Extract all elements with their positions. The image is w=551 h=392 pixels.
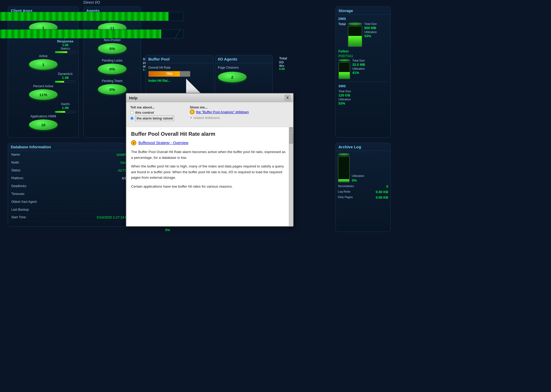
db-rows: Name:SAMPLENode:GlobalStatus:ACTIVEPlatf… (8, 151, 133, 221)
apps-hwm-value: 10 (29, 119, 58, 130)
non-pooled-label: Non-Pooled (104, 38, 120, 42)
pending-token-value: 0% (98, 84, 127, 95)
db-row-label: Name: (11, 153, 20, 157)
show-me-link[interactable]: the "Buffer Pool Analysis" drilldown (190, 110, 249, 114)
db-row-label: Last Backup: (11, 208, 29, 211)
sms-size-value: 120 GB (338, 93, 388, 97)
help-top-section: Tell me about... this control the alarm … (126, 102, 293, 127)
archive-util-value: 0% (352, 178, 364, 182)
related-drilldowns[interactable]: ▼ related drilldowns (190, 116, 249, 120)
dms-label: DMS (338, 17, 388, 21)
db-info-row: Status:ACTIVE (8, 167, 133, 175)
tell-me-label: Tell me about... (130, 105, 155, 109)
db-info-row: Oldest Xact Agent:0 (8, 198, 133, 206)
total-io-label2: I/O (279, 60, 287, 64)
db-info-panel: Database Information Name:SAMPLENode:Glo… (8, 143, 134, 227)
direct-io-read-pipe (0, 29, 183, 39)
dirty-pages-label: Dirty Pages (338, 195, 353, 199)
help-body: Tell me about... this control the alarm … (126, 102, 293, 226)
db-row-label: Deadlocks: (11, 184, 27, 188)
storage-title: Storage (336, 7, 390, 15)
tell-me-col: Tell me about... this control the alarm … (130, 105, 174, 122)
dirty-pages-value: 0.00 KB (376, 195, 388, 199)
pending-locks-label: Pending Locks (102, 59, 123, 62)
dms-total-label: Total (338, 22, 346, 47)
total-ws-val: 0.00 (279, 67, 287, 70)
help-content-area: Buffer Pool Overall Hit Rate alarm ✦ Buf… (126, 127, 293, 226)
radio-this-control-label: this control (135, 111, 154, 115)
xact-s-value: 1.08 (55, 106, 76, 110)
dynamic-s-value: 1.08 (55, 76, 76, 80)
dms-total-cylinder (348, 22, 362, 47)
io-agents-title: I/O Agents (215, 55, 272, 63)
dms-total-size-value: 900 MB (364, 26, 377, 30)
link-icon: ✦ (131, 140, 136, 145)
dms-fullest-cylinder (338, 59, 350, 79)
sms-size-label: Total Size (338, 90, 388, 93)
hit-rate-value: 75% (166, 72, 172, 76)
bottom-percent-label: 0% (165, 228, 170, 232)
radio-this-control[interactable]: this control (130, 111, 174, 115)
help-dialog-title: Help (129, 96, 138, 100)
db-row-label: Start Time: (11, 215, 26, 219)
archive-util-label: Utilization (352, 174, 364, 177)
percent-active-label: Percent Active (33, 84, 53, 88)
direct-io-title: Direct I/O (0, 0, 183, 4)
hit-rate-bar: 75% (148, 71, 190, 77)
dms-fullest-util-label: Utilization (352, 67, 365, 70)
static-s-label: Static/s (55, 47, 76, 50)
radio-alarm[interactable]: the alarm being raised (130, 116, 174, 121)
help-scrollbar[interactable] (289, 127, 293, 226)
direct-io-write-pipe (0, 12, 183, 21)
db-info-row: Start Time:5/10/2020 1:27:19 PM (8, 214, 133, 221)
percent-active-value: 11% (29, 89, 58, 100)
db-row-label: Timeouts: (11, 192, 25, 196)
response-label: Response (55, 39, 76, 43)
db-info-row: Last Backup: (8, 206, 133, 214)
log-redo-value: 0.00 KB (376, 190, 388, 194)
total-ws-label: W/s (279, 64, 287, 67)
help-link-row: ✦ Bufferpool Strategy - Overview (131, 140, 288, 145)
xact-s-label: Xact/s (55, 102, 76, 106)
bufferpool-link[interactable]: Bufferpool Strategy - Overview (138, 141, 188, 145)
secondaries-label: Secondaries (338, 184, 354, 188)
help-paragraph-1: The Buffer Pool Overall Hit Rate alarm b… (131, 149, 288, 160)
dms-fullest-size-label: Total Size (352, 59, 365, 62)
show-me-col: Show me... the "Buffer Pool Analysis" dr… (190, 105, 249, 122)
pending-locks-value: 0% (98, 63, 127, 74)
dms-fullest-label: Fullest (338, 50, 388, 53)
archive-log-panel: Archive Log Utilization 0% Secondaries 0… (336, 143, 391, 232)
dms-fullest-name: PODTSA1 (338, 54, 388, 58)
dms-fullest-util-value: 41% (352, 71, 365, 75)
help-dialog: Help X Tell me about... this control the… (126, 93, 294, 227)
help-close-button[interactable]: X (285, 95, 290, 101)
page-cleaners-label: Page Cleaners (218, 66, 270, 69)
log-redo-label: Log Redo (338, 190, 350, 194)
buffer-pool-title: Buffer Pool (146, 55, 213, 63)
help-titlebar: Help X (126, 94, 293, 102)
overall-hit-rate-label: Overall Hit Rate (148, 66, 211, 69)
page-cleaners-value: 2 (218, 72, 247, 83)
non-pooled-value: 0% (98, 43, 127, 54)
sms-label: SMS (338, 84, 388, 88)
db-info-row: Name:SAMPLE (8, 151, 133, 159)
sms-util-value: 53% (338, 101, 388, 105)
dms-total-util-label: Utilization (364, 30, 377, 34)
db-row-label: Node: (11, 161, 20, 165)
client-apps-panel: Client Apps Connections 1 Request Respon… (8, 7, 79, 138)
total-io-block: Total I/O W/s 0.00 (279, 56, 287, 70)
dms-total-util-value: 53% (364, 34, 377, 38)
help-paragraph-2: When the buffer pool hit rate is high, m… (131, 164, 288, 181)
archive-log-title: Archive Log (336, 143, 390, 151)
storage-panel: Storage DMS Total Total Size 900 MB Util… (336, 7, 391, 138)
apps-hwm-label: Applications HWM (30, 115, 56, 118)
dms-fullest-size-value: 32.0 MB (352, 63, 365, 67)
db-row-label: Oldest Xact Agent: (11, 200, 37, 204)
index-hit-rate-label: Index Hit Rat... (148, 79, 211, 83)
db-row-label: Platform: (11, 176, 24, 180)
sms-util-label: Utilization (338, 98, 388, 101)
db-info-row: Deadlocks:0 (8, 182, 133, 190)
db-info-title: Database Information (8, 143, 133, 151)
radio-alarm-label: the alarm being raised (135, 116, 174, 121)
db-row-label: Status: (11, 168, 21, 172)
